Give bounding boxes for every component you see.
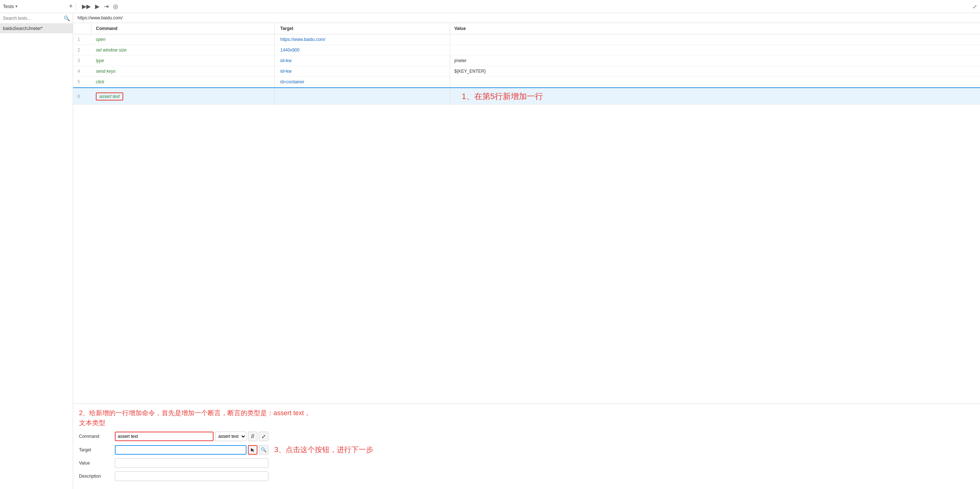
target-select-button[interactable] bbox=[248, 445, 258, 455]
annotation-step2: 2、给新增的一行增加命令，首先是增加一个断言，断言的类型是：assert tex… bbox=[79, 408, 974, 428]
step-icon[interactable]: ⇥ bbox=[104, 3, 108, 10]
tests-title: Tests bbox=[3, 4, 14, 9]
row-target-2: 1440x900 bbox=[274, 45, 450, 56]
row-num-2: 2 bbox=[73, 45, 91, 56]
row-value-6: 1、在第5行新增加一行 bbox=[450, 89, 980, 105]
row-target-5: id=container bbox=[274, 77, 450, 87]
row-command-5: click bbox=[91, 77, 274, 87]
search-icon: 🔍 bbox=[64, 15, 70, 21]
row-value-1 bbox=[450, 34, 980, 45]
table-row[interactable]: 1 open https://www.baidu.com/ bbox=[73, 34, 980, 45]
row-command-6: assert text bbox=[91, 89, 274, 105]
col-num bbox=[73, 23, 91, 34]
target-label: Target bbox=[79, 447, 112, 452]
command-input-wrapper: assert text // ⤢ bbox=[115, 432, 269, 441]
annotation-step1: 1、在第5行新增加一行 bbox=[455, 88, 550, 105]
svg-marker-0 bbox=[251, 448, 255, 452]
toolbar-icons: ▶▶ ▶ ⇥ ◎ bbox=[79, 3, 118, 10]
main-container: 🔍 baiduSearchJmeter* https://www.baidu.c… bbox=[0, 13, 980, 489]
url-bar: https://www.baidu.com/ bbox=[73, 13, 980, 23]
value-row: Value bbox=[79, 458, 974, 468]
row-value-2 bbox=[450, 45, 980, 56]
target-row: Target 🔍 3、点击这个按钮，进行下一步 bbox=[79, 445, 974, 455]
sidebar: 🔍 baiduSearchJmeter* bbox=[0, 13, 73, 489]
open-button[interactable]: ⤢ bbox=[259, 432, 269, 441]
col-target: Target bbox=[274, 23, 450, 34]
comment-button[interactable]: // bbox=[248, 432, 258, 441]
bottom-panel: 2、给新增的一行增加命令，首先是增加一个断言，断言的类型是：assert tex… bbox=[73, 403, 980, 489]
row-value-3: jmeter bbox=[450, 56, 980, 66]
target-search-button[interactable]: 🔍 bbox=[259, 445, 269, 455]
cursor-icon bbox=[250, 447, 255, 452]
expand-icon[interactable]: ⤢ bbox=[973, 4, 977, 10]
row-num-3: 3 bbox=[73, 56, 91, 66]
test-table: Command Target Value 1 open https://www.… bbox=[73, 23, 980, 105]
row-num-4: 4 bbox=[73, 66, 91, 77]
row-target-6 bbox=[274, 89, 450, 105]
timer-icon[interactable]: ◎ bbox=[113, 3, 118, 10]
value-label: Value bbox=[79, 460, 112, 465]
table-row[interactable]: 3 type id=kw jmeter bbox=[73, 56, 980, 66]
row-num-6: 6 bbox=[73, 89, 91, 105]
col-command: Command bbox=[91, 23, 274, 34]
table-row[interactable]: 2 set window size 1440x900 bbox=[73, 45, 980, 56]
row-value-5 bbox=[450, 77, 980, 87]
content-area: https://www.baidu.com/ Command Target Va… bbox=[73, 13, 980, 489]
add-test-button[interactable]: + bbox=[69, 3, 73, 10]
row-target-3: id=kw bbox=[274, 56, 450, 66]
annotation-step3: 3、点击这个按钮，进行下一步 bbox=[274, 445, 373, 455]
search-input[interactable] bbox=[3, 16, 62, 21]
command-input[interactable] bbox=[115, 432, 213, 441]
row-command-1: open bbox=[91, 34, 274, 45]
row-command-2: set window size bbox=[91, 45, 274, 56]
description-label: Description bbox=[79, 474, 112, 479]
value-input[interactable] bbox=[115, 458, 269, 468]
command-row: Command assert text // ⤢ bbox=[79, 432, 974, 441]
row-command-3: type bbox=[91, 56, 274, 66]
toolbar-left: Tests ▾ + bbox=[3, 3, 76, 10]
row-value-4: ${KEY_ENTER} bbox=[450, 66, 980, 77]
row-command-4: send keys bbox=[91, 66, 274, 77]
target-input[interactable] bbox=[115, 445, 247, 455]
run-icon[interactable]: ▶ bbox=[95, 3, 99, 10]
row-num-5: 5 bbox=[73, 77, 91, 87]
table-row-6[interactable]: 6 assert text 1、在第5行新增加一行 bbox=[73, 89, 980, 105]
tests-dropdown-icon[interactable]: ▾ bbox=[15, 4, 18, 9]
target-input-wrapper: 🔍 bbox=[115, 445, 269, 455]
toolbar: Tests ▾ + ▶▶ ▶ ⇥ ◎ ⤢ bbox=[0, 0, 980, 13]
table-row[interactable]: 5 click id=container bbox=[73, 77, 980, 87]
row-num-1: 1 bbox=[73, 34, 91, 45]
row-target-4: id=kw bbox=[274, 66, 450, 77]
table-row[interactable]: 4 send keys id=kw ${KEY_ENTER} bbox=[73, 66, 980, 77]
sidebar-item-baidusearch[interactable]: baiduSearchJmeter* bbox=[0, 24, 73, 33]
search-box: 🔍 bbox=[0, 13, 73, 24]
description-input[interactable] bbox=[115, 472, 269, 481]
row-target-1: https://www.baidu.com/ bbox=[274, 34, 450, 45]
run-all-icon[interactable]: ▶▶ bbox=[82, 3, 91, 10]
test-table-container: Command Target Value 1 open https://www.… bbox=[73, 23, 980, 403]
description-row: Description bbox=[79, 472, 974, 481]
command-dropdown[interactable]: assert text bbox=[215, 432, 247, 441]
col-value: Value bbox=[450, 23, 980, 34]
command-label: Command bbox=[79, 434, 112, 439]
